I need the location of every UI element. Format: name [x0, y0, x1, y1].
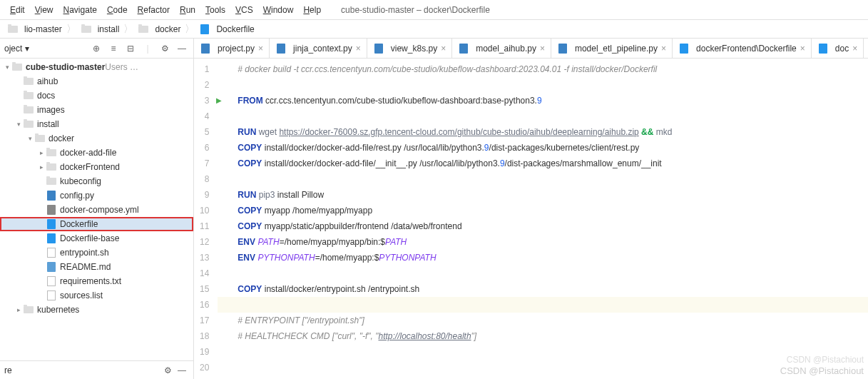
- close-icon[interactable]: ×: [441, 44, 446, 54]
- tree-item[interactable]: ▸kubernetes: [0, 303, 193, 317]
- chevron-down-icon[interactable]: ▾: [3, 64, 11, 71]
- tree-item[interactable]: ▾install: [0, 117, 193, 131]
- tab-label: model_aihub.py: [476, 44, 536, 54]
- tree-item[interactable]: Dockerfile: [0, 217, 193, 231]
- tab-label: dockerFrontend\Dockerfile: [696, 44, 797, 54]
- code-line[interactable]: # ENTRYPOINT ["/entrypoint.sh"]: [218, 313, 868, 328]
- sidebar-header: oject ▾ ⊕ ≡ ⊟ | ⚙ —: [0, 39, 193, 59]
- breadcrumb[interactable]: lio-master: [3, 24, 66, 35]
- file-icon: [46, 290, 57, 301]
- close-icon[interactable]: ×: [661, 44, 666, 54]
- hide-icon[interactable]: —: [175, 41, 189, 56]
- tree-item[interactable]: requirements.txt: [0, 274, 193, 288]
- python-file-icon: [46, 190, 57, 201]
- code-line[interactable]: [218, 297, 868, 313]
- editor-tabs: project.py×jinja_context.py×view_k8s.py×…: [194, 39, 868, 59]
- chevron-down-icon[interactable]: ▾: [26, 135, 34, 142]
- folder-icon: [23, 76, 34, 87]
- chevron-right-icon[interactable]: ▸: [37, 149, 46, 156]
- code-line[interactable]: ENV PATH=/home/myapp/myapp/bin:$PATH: [218, 234, 868, 250]
- tree-item[interactable]: ▾docker: [0, 131, 193, 146]
- code-line[interactable]: [218, 266, 868, 281]
- docker-file-icon: [678, 43, 690, 54]
- editor-tab[interactable]: dockerFrontend\Dockerfile×: [673, 39, 812, 58]
- code-line[interactable]: [218, 77, 868, 93]
- code-line[interactable]: FROM ccr.ccs.tencentyun.com/cube-studio/…: [218, 93, 868, 108]
- locate-icon[interactable]: ⊕: [89, 41, 103, 56]
- code-line[interactable]: # docker build -t ccr.ccs.tencentyun.com…: [218, 61, 868, 77]
- code-line[interactable]: COPY myapp /home/myapp/myapp: [218, 203, 868, 218]
- hide-icon[interactable]: —: [175, 363, 189, 378]
- code-line[interactable]: ENV PYTHONPATH=/home/myapp:$PYTHONPATH: [218, 250, 868, 266]
- tree-item[interactable]: entrypoint.sh: [0, 246, 193, 260]
- project-tree[interactable]: ▾cube-studio-master Users …aihubdocsimag…: [0, 59, 193, 360]
- code-line[interactable]: [218, 344, 868, 360]
- tree-item[interactable]: README.md: [0, 260, 193, 274]
- tree-item[interactable]: ▾cube-studio-master Users …: [0, 60, 193, 74]
- menu-view[interactable]: View: [31, 4, 58, 16]
- collapse-all-icon[interactable]: ⊟: [123, 41, 138, 56]
- line-number: 19: [200, 344, 209, 360]
- code-line[interactable]: RUN pip3 install Pillow: [218, 187, 868, 203]
- code-line[interactable]: RUN wget https://docker-76009.sz.gfp.ten…: [218, 124, 868, 140]
- expand-all-icon[interactable]: ≡: [106, 41, 121, 56]
- chevron-right-icon[interactable]: ▸: [37, 163, 46, 171]
- menu-tools[interactable]: Tools: [201, 4, 230, 16]
- code-line[interactable]: [218, 108, 868, 124]
- project-dropdown[interactable]: oject ▾: [4, 44, 29, 54]
- close-icon[interactable]: ×: [258, 44, 263, 54]
- run-marker-icon[interactable]: ▶: [216, 93, 222, 108]
- breadcrumb-label: Dockerfile: [216, 24, 254, 34]
- menu-refactor[interactable]: Refactor: [133, 4, 174, 16]
- tree-item[interactable]: config.py: [0, 188, 193, 203]
- tree-item-label: install: [37, 119, 59, 129]
- breadcrumb[interactable]: docker: [133, 24, 185, 35]
- editor-tab[interactable]: view_k8s.py×: [367, 39, 452, 58]
- menu-navigate[interactable]: Navigate: [59, 4, 101, 16]
- tree-item[interactable]: sources.list: [0, 288, 193, 303]
- menu-run[interactable]: Run: [175, 4, 200, 16]
- close-icon[interactable]: ×: [356, 44, 361, 54]
- menu-vcs[interactable]: VCS: [231, 4, 257, 16]
- code-body[interactable]: # docker build -t ccr.ccs.tencentyun.com…: [218, 59, 868, 379]
- settings-icon[interactable]: ⚙: [158, 41, 172, 56]
- tree-item[interactable]: images: [0, 103, 193, 117]
- line-number: 3▶: [200, 93, 209, 108]
- editor-tab[interactable]: project.py×: [194, 39, 270, 58]
- close-icon[interactable]: ×: [800, 44, 805, 54]
- chevron-right-icon[interactable]: ▸: [14, 306, 23, 313]
- tree-item[interactable]: aihub: [0, 74, 193, 89]
- editor-tab[interactable]: model_etl_pipeline.py×: [551, 39, 673, 58]
- close-icon[interactable]: ×: [540, 44, 545, 54]
- code-editor[interactable]: 123▶4567891011121314151617181920 # docke…: [194, 59, 868, 379]
- code-line[interactable]: [218, 360, 868, 375]
- tree-item[interactable]: ▸docker-add-file: [0, 146, 193, 160]
- chevron-down-icon[interactable]: ▾: [14, 121, 23, 128]
- tree-item[interactable]: Dockerfile-base: [0, 231, 193, 246]
- breadcrumb[interactable]: install: [76, 24, 124, 35]
- close-icon[interactable]: ×: [852, 44, 857, 54]
- menu-edit[interactable]: Edit: [6, 4, 29, 16]
- editor-tab[interactable]: model_aihub.py×: [452, 39, 551, 58]
- tree-item-label: cube-studio-master: [26, 62, 105, 72]
- code-line[interactable]: # HEALTHCHECK CMD ["curl", "-f", "http:/…: [218, 328, 868, 344]
- menu-help[interactable]: Help: [299, 4, 325, 16]
- tree-item[interactable]: docker-compose.yml: [0, 203, 193, 217]
- editor-tab[interactable]: doc×: [812, 39, 864, 58]
- line-number: 7: [200, 156, 209, 171]
- tree-item[interactable]: docs: [0, 89, 193, 103]
- editor-tab[interactable]: jinja_context.py×: [270, 39, 367, 58]
- tree-item[interactable]: ▸dockerFrontend: [0, 160, 193, 174]
- menu-code[interactable]: Code: [103, 4, 132, 16]
- code-line[interactable]: COPY install/docker/docker-add-file/rest…: [218, 140, 868, 156]
- menu-window[interactable]: Window: [259, 4, 298, 16]
- settings-icon[interactable]: ⚙: [160, 363, 175, 378]
- code-line[interactable]: COPY install/docker/entrypoint.sh /entry…: [218, 281, 868, 297]
- code-line[interactable]: COPY myapp/static/appbuilder/frontend /d…: [218, 218, 868, 234]
- tree-item-label: kubeconfig: [60, 176, 101, 186]
- structure-label[interactable]: re: [4, 365, 12, 375]
- code-line[interactable]: COPY install/docker/docker-add-file/__in…: [218, 156, 868, 171]
- code-line[interactable]: [218, 171, 868, 187]
- tree-item[interactable]: kubeconfig: [0, 174, 193, 188]
- breadcrumb[interactable]: Dockerfile: [195, 24, 258, 35]
